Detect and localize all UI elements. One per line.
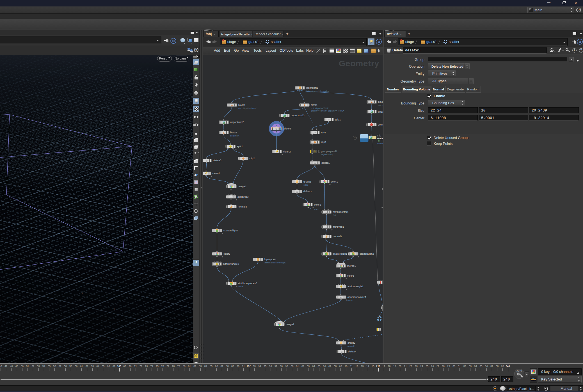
svg-text:-10: -10 (149, 326, 154, 330)
svg-text:5: 5 (113, 308, 115, 311)
svg-text:0: 0 (82, 291, 83, 294)
